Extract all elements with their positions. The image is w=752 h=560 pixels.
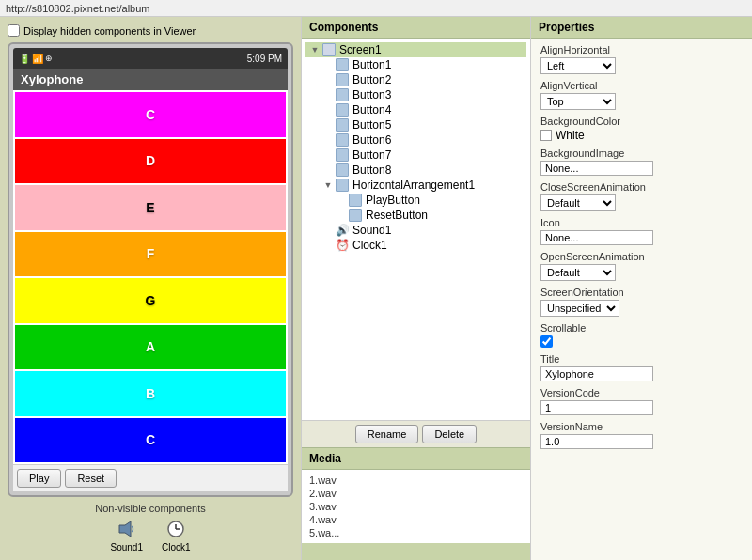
version-code-label: VersionCode [540, 387, 743, 398]
url-text: http://s810802.pixnet.net/album [6, 3, 150, 14]
tree-item-label-sound1: Sound1 [352, 224, 391, 237]
phone-status-bar: 🔋 📶 ⊕ 5:09 PM [13, 48, 288, 69]
arrangement-comp-icon [336, 179, 349, 192]
media-header: Media [302, 448, 530, 470]
tree-item-label-button3: Button3 [352, 88, 391, 101]
title-group: Title [540, 353, 743, 381]
button-comp-icon [336, 73, 349, 86]
version-name-input[interactable] [540, 434, 653, 449]
media-item: 5.wa... [309, 526, 523, 539]
key-row-a[interactable]: A [15, 325, 286, 370]
screen-orientation-select[interactable]: UnspecifiedPortraitLandscape [540, 300, 619, 317]
key-row-d[interactable]: D [15, 139, 286, 184]
open-anim-label: OpenScreenAnimation [540, 251, 743, 262]
components-tree[interactable]: ▼Screen1Button1Button2Button3Button4Butt… [302, 39, 530, 420]
xylophone-keys: CDEFGABC [13, 90, 288, 464]
signal-icon: 📶 [32, 54, 43, 64]
open-anim-select[interactable]: DefaultSlideZoomFadeNone [540, 264, 616, 281]
button-comp-icon [336, 118, 349, 132]
tree-item-button7[interactable]: Button7 [306, 148, 526, 163]
components-buttons: Rename Delete [302, 420, 530, 447]
components-header: Components [302, 17, 530, 39]
tree-item-button3[interactable]: Button3 [306, 87, 526, 102]
tree-item-label-button4: Button4 [352, 103, 391, 117]
sound-icon [116, 518, 138, 540]
button-comp-icon [336, 103, 349, 117]
clock-icon [164, 518, 187, 540]
button-comp-icon [336, 133, 349, 147]
key-row-e[interactable]: E [15, 185, 286, 230]
media-item: 1.wav [309, 474, 523, 487]
display-hidden-checkbox[interactable] [8, 24, 20, 37]
tree-item-label-button1: Button1 [352, 58, 391, 71]
screen-orientation-label: ScreenOrientation [540, 287, 743, 298]
key-row-f[interactable]: F [15, 232, 286, 277]
background-color-row: White [540, 129, 743, 142]
button-comp-icon [336, 163, 349, 177]
version-code-group: VersionCode [540, 387, 743, 415]
tree-item-resetbtn[interactable]: ResetButton [306, 208, 526, 223]
media-item: 3.wav [309, 500, 523, 513]
background-color-value: White [556, 129, 585, 142]
tree-item-button2[interactable]: Button2 [306, 72, 526, 87]
non-visible-item-label: Sound1 [110, 542, 142, 552]
version-code-input[interactable] [540, 400, 653, 415]
close-anim-label: CloseScreenAnimation [540, 181, 743, 193]
tree-item-button6[interactable]: Button6 [306, 132, 526, 148]
scrollable-label: Scrollable [540, 322, 743, 334]
phone-title-bar: Xylophone [13, 69, 288, 90]
tree-item-button4[interactable]: Button4 [306, 102, 526, 117]
tree-item-clock1[interactable]: ⏰Clock1 [306, 238, 526, 253]
icon-input[interactable] [540, 230, 653, 245]
key-row-c[interactable]: C [15, 418, 286, 463]
rename-button[interactable]: Rename [355, 425, 419, 443]
screen-orientation-group: ScreenOrientation UnspecifiedPortraitLan… [540, 287, 743, 317]
key-row-c[interactable]: C [15, 92, 286, 137]
tree-toggle-ha1[interactable]: ▼ [322, 179, 334, 191]
left-panel: Display hidden components in Viewer 🔋 📶 … [0, 17, 301, 560]
open-anim-group: OpenScreenAnimation DefaultSlideZoomFade… [540, 251, 743, 281]
tree-item-playbtn[interactable]: PlayButton [306, 193, 526, 208]
tree-item-ha1[interactable]: ▼HorizontalArrangement1 [306, 178, 526, 193]
title-label: Title [540, 353, 743, 365]
status-time: 5:09 PM [247, 54, 282, 64]
align-horizontal-select[interactable]: LeftCenterRight [540, 57, 616, 74]
key-row-b[interactable]: B [15, 371, 286, 416]
non-visible-items: Sound1 Clock1 [8, 518, 293, 552]
tree-item-label-clock1: Clock1 [352, 239, 387, 252]
button-comp-icon [349, 209, 362, 222]
media-panel: Media 1.wav2.wav3.wav4.wav5.wa... [302, 447, 530, 560]
background-image-label: BackgroundImage [540, 148, 743, 159]
reset-button[interactable]: Reset [65, 469, 117, 488]
key-row-g[interactable]: G [15, 278, 286, 323]
tree-toggle-screen1[interactable]: ▼ [309, 44, 321, 55]
button-comp-icon [336, 58, 349, 71]
tree-item-label-playbtn: PlayButton [366, 194, 420, 207]
non-visible-item-sound1: Sound1 [110, 518, 142, 552]
background-color-label: BackgroundColor [540, 116, 743, 127]
properties-content: AlignHorizontal LeftCenterRight AlignVer… [531, 39, 752, 455]
background-image-group: BackgroundImage [540, 148, 743, 176]
tree-item-button5[interactable]: Button5 [306, 117, 526, 132]
wifi-icon: ⊕ [45, 54, 53, 63]
tree-item-label-button6: Button6 [352, 133, 391, 147]
button-comp-icon [349, 194, 362, 207]
close-anim-group: CloseScreenAnimation DefaultSlideZoomFad… [540, 181, 743, 211]
tree-item-button8[interactable]: Button8 [306, 163, 526, 178]
tree-item-sound1[interactable]: 🔊Sound1 [306, 223, 526, 238]
play-button[interactable]: Play [17, 469, 61, 488]
align-horizontal-group: AlignHorizontal LeftCenterRight [540, 44, 743, 74]
align-vertical-select[interactable]: TopCenterBottom [540, 93, 616, 110]
background-image-input[interactable] [540, 161, 653, 176]
scrollable-checkbox[interactable] [540, 335, 553, 348]
align-horizontal-label: AlignHorizontal [540, 44, 743, 55]
delete-button[interactable]: Delete [422, 425, 477, 443]
close-anim-select[interactable]: DefaultSlideZoomFadeNone [540, 194, 616, 211]
scrollable-group: Scrollable [540, 322, 743, 348]
tree-item-label-button5: Button5 [352, 118, 391, 132]
title-input[interactable] [540, 366, 653, 381]
tree-item-button1[interactable]: Button1 [306, 57, 526, 72]
tree-item-screen1[interactable]: ▼Screen1 [306, 42, 526, 57]
tree-item-label-button7: Button7 [352, 148, 391, 162]
version-name-group: VersionName [540, 421, 743, 449]
